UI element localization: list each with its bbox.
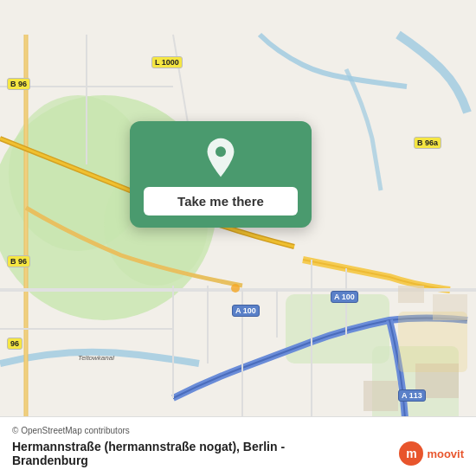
road-badge-b96-mid: B 96 <box>7 255 30 267</box>
location-name-block: Hermannstraße (hermannstraße nogat), Ber… <box>12 440 285 467</box>
bottom-bar: © OpenStreetMap contributors Hermannstra… <box>0 416 476 476</box>
road-badge-96-btm: 96 <box>7 338 23 350</box>
osm-attribution: © OpenStreetMap contributors <box>12 426 464 435</box>
location-info: Hermannstraße (hermannstraße nogat), Ber… <box>12 440 464 467</box>
take-me-there-button[interactable]: Take me there <box>144 187 298 215</box>
svg-point-26 <box>215 146 226 157</box>
road-badge-l1000: L 1000 <box>151 56 183 68</box>
road-badge-a100-right: A 100 <box>331 291 358 303</box>
moovit-brand-text: moovit <box>427 447 464 460</box>
road-badge-a113: A 113 <box>398 389 426 402</box>
svg-text:Teltowkanal: Teltowkanal <box>78 354 114 362</box>
map-container[interactable]: Teltowkanal B 96 B 96 96 L 1000 B 96a A … <box>0 0 476 476</box>
moovit-logo: m moovit <box>399 441 464 466</box>
app-container: Teltowkanal B 96 B 96 96 L 1000 B 96a A … <box>0 0 476 476</box>
svg-rect-23 <box>398 312 467 372</box>
attribution-text: © OpenStreetMap contributors <box>12 426 130 435</box>
road-badge-b96-top: B 96 <box>7 78 30 90</box>
location-name-line2: Brandenburg <box>12 453 88 467</box>
popup-card: Take me there <box>130 121 312 228</box>
svg-rect-22 <box>363 381 398 411</box>
map-svg: Teltowkanal <box>0 0 476 476</box>
svg-rect-19 <box>398 286 424 303</box>
road-badge-b96a: B 96a <box>414 137 441 149</box>
road-badge-a100-btm: A 100 <box>232 305 260 317</box>
moovit-icon: m <box>399 441 423 466</box>
svg-point-25 <box>231 284 240 293</box>
location-name-line1: Hermannstraße (hermannstraße nogat), Ber… <box>12 440 285 453</box>
location-pin-icon <box>200 137 241 178</box>
